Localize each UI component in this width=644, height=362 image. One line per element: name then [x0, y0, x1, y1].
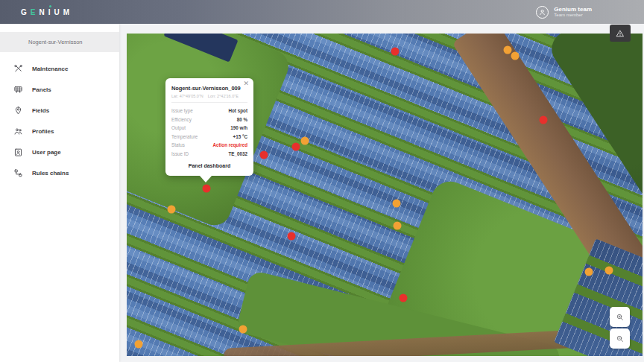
- map-zoom-controls: [610, 307, 630, 349]
- zoom-in-button[interactable]: [610, 307, 630, 327]
- zoom-out-icon: [616, 334, 625, 343]
- orange-issue-marker[interactable]: [511, 52, 520, 60]
- maintenance-icon: [13, 64, 23, 74]
- popup-row-label: Issue ID: [171, 151, 189, 156]
- orange-issue-marker[interactable]: [585, 268, 593, 276]
- fields-icon: [13, 106, 23, 115]
- orange-issue-marker[interactable]: [605, 267, 613, 275]
- popup-row: Temperature+15 °C: [171, 133, 247, 142]
- profiles-icon: [13, 127, 23, 136]
- zoom-out-button[interactable]: [610, 328, 630, 349]
- logo-letter: E: [31, 8, 40, 16]
- warning-icon: [616, 29, 625, 38]
- popup-row-value: Action required: [212, 142, 247, 147]
- orange-issue-marker[interactable]: [301, 137, 309, 145]
- sidebar: Nogent-sur-Vernisson Maintenance Panels …: [0, 24, 119, 362]
- red-issue-marker[interactable]: [292, 143, 300, 151]
- logo-letter: N: [39, 8, 48, 16]
- popup-longitude: Lon: 2°42'16.0"E: [208, 94, 239, 98]
- logo-letter: G: [21, 8, 31, 16]
- sidebar-item-label: Profiles: [32, 128, 54, 135]
- red-issue-marker[interactable]: [203, 185, 211, 193]
- popup-latitude: Lat: 47°49'05.0"N: [171, 94, 203, 98]
- genium-logo: GENIUM: [21, 8, 73, 16]
- sidebar-item-label: Maintenance: [32, 66, 68, 72]
- orange-issue-marker[interactable]: [394, 222, 402, 230]
- popup-row: StatusAction required: [171, 141, 247, 150]
- sidebar-item-label: Fields: [32, 107, 49, 114]
- sidebar-item-label: User page: [32, 149, 61, 156]
- popup-row-value: 190 w/h: [230, 125, 247, 130]
- user-name: Genium team: [554, 6, 592, 13]
- orange-issue-marker[interactable]: [135, 340, 143, 349]
- sidebar-location[interactable]: Nogent-sur-Vernisson: [0, 32, 119, 52]
- red-issue-marker[interactable]: [391, 48, 400, 56]
- user-page-icon: [13, 147, 23, 157]
- panel-detail-popup: ✕ Nogent-sur-Vernisson_009 Lat: 47°49'05…: [165, 78, 253, 176]
- logo-letter: U: [54, 8, 63, 16]
- popup-row-label: Efficiency: [171, 117, 192, 122]
- popup-row: Issue typeHot spot: [171, 107, 247, 115]
- logo-dot: [49, 5, 51, 7]
- panel-dashboard-button[interactable]: Panel dashboard: [189, 163, 230, 168]
- popup-row-label: Issue type: [171, 108, 193, 113]
- user-avatar-icon: [536, 6, 549, 19]
- close-icon[interactable]: ✕: [243, 80, 249, 87]
- logo-tower-letter: I: [48, 8, 54, 16]
- sidebar-item-fields[interactable]: Fields: [0, 100, 119, 121]
- popup-coordinates: Lat: 47°49'05.0"N Lon: 2°42'16.0"E: [171, 94, 247, 103]
- red-issue-marker[interactable]: [288, 232, 296, 241]
- zoom-in-icon: [616, 313, 625, 322]
- popup-row-value: 80 %: [237, 117, 247, 122]
- popup-rows: Issue typeHot spotEfficiency80 %Output19…: [171, 107, 247, 158]
- solar-farm-map[interactable]: ✕ Nogent-sur-Vernisson_009 Lat: 47°49'05…: [127, 34, 643, 356]
- logo-letter: M: [63, 8, 73, 16]
- popup-title: Nogent-sur-Vernisson_009: [171, 85, 247, 92]
- red-issue-marker[interactable]: [400, 294, 408, 302]
- popup-row-value: Hot spot: [228, 108, 247, 113]
- orange-issue-marker[interactable]: [504, 46, 512, 54]
- app-header: GENIUM Genium team Team member: [0, 0, 644, 24]
- popup-row-label: Output: [171, 125, 186, 130]
- popup-row-label: Temperature: [171, 134, 198, 139]
- rules-chains-icon: [13, 168, 23, 178]
- sidebar-item-label: Rules chains: [32, 170, 69, 177]
- popup-row: Output190 w/h: [171, 124, 247, 133]
- popup-row: Efficiency80 %: [171, 115, 247, 124]
- popup-row-value: +15 °C: [233, 134, 248, 139]
- alerts-button[interactable]: [610, 25, 631, 42]
- orange-issue-marker[interactable]: [168, 206, 176, 214]
- red-issue-marker[interactable]: [540, 116, 548, 124]
- popup-row-label: Status: [171, 142, 185, 147]
- red-issue-marker[interactable]: [260, 151, 268, 159]
- sidebar-item-user-page[interactable]: User page: [0, 142, 119, 162]
- user-menu[interactable]: Genium team Team member: [536, 6, 634, 19]
- sidebar-item-label: Panels: [32, 86, 51, 93]
- sidebar-item-maintenance[interactable]: Maintenance: [0, 58, 119, 79]
- sidebar-item-panels[interactable]: Panels: [0, 79, 119, 100]
- panels-icon: [13, 85, 23, 95]
- user-role: Team member: [554, 13, 592, 18]
- popup-row-value: TE_0032: [228, 151, 247, 156]
- orange-issue-marker[interactable]: [239, 326, 247, 334]
- sidebar-item-profiles[interactable]: Profiles: [0, 121, 119, 142]
- sidebar-item-rules-chains[interactable]: Rules chains: [0, 162, 119, 183]
- orange-issue-marker[interactable]: [393, 200, 401, 208]
- popup-row: Issue IDTE_0032: [171, 150, 247, 159]
